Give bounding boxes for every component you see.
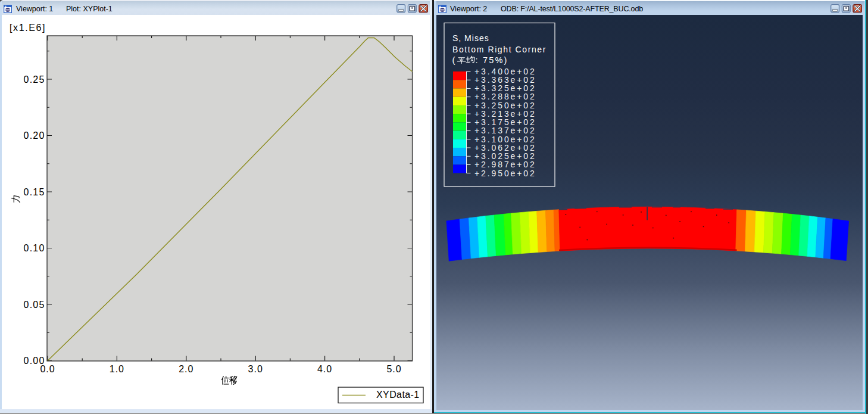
svg-text:1.0: 1.0 <box>110 364 124 374</box>
svg-text:Bottom Right Corner: Bottom Right Corner <box>452 45 547 54</box>
svg-text:0.10: 0.10 <box>24 243 45 253</box>
svg-text:0.05: 0.05 <box>24 300 45 310</box>
svg-text:2.0: 2.0 <box>179 364 193 374</box>
svg-text:0.25: 0.25 <box>24 74 45 85</box>
svg-text:3.0: 3.0 <box>248 364 263 374</box>
svg-text:+2.950e+02: +2.950e+02 <box>474 169 536 178</box>
svg-text:XYData-1: XYData-1 <box>376 390 420 400</box>
svg-text:(: ( <box>452 55 455 65</box>
svg-text:4.0: 4.0 <box>317 364 332 374</box>
svg-text:0.0: 0.0 <box>40 364 55 374</box>
svg-text:: 75%): : 75%) <box>476 55 508 65</box>
svg-text:S, Mises: S, Mises <box>452 33 489 43</box>
svg-text:0.20: 0.20 <box>24 130 45 141</box>
svg-text:0.15: 0.15 <box>24 187 45 197</box>
svg-text:5.0: 5.0 <box>386 364 401 374</box>
